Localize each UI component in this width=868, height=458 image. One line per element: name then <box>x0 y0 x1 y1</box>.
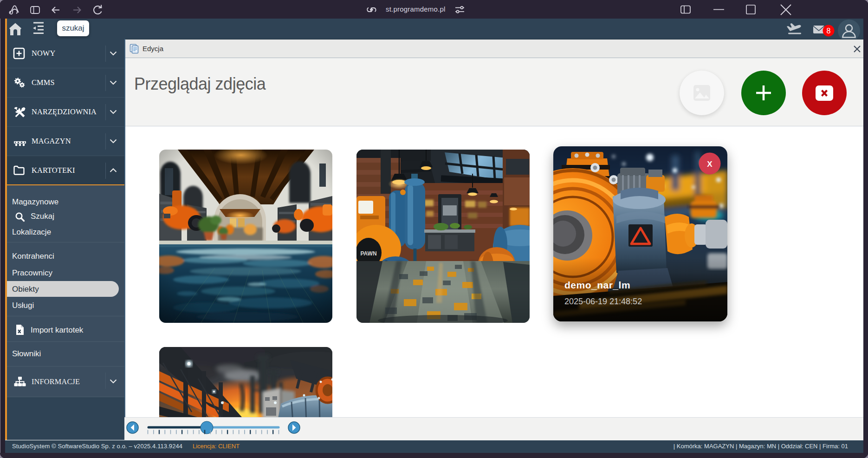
svg-text:PAWN: PAWN <box>360 250 376 257</box>
svg-text:demo_nar_lm: demo_nar_lm <box>564 280 630 290</box>
svg-text:X: X <box>707 160 713 169</box>
svg-text:2025-06-19 21:48:52: 2025-06-19 21:48:52 <box>564 297 642 306</box>
svg-text:8: 8 <box>827 27 831 35</box>
